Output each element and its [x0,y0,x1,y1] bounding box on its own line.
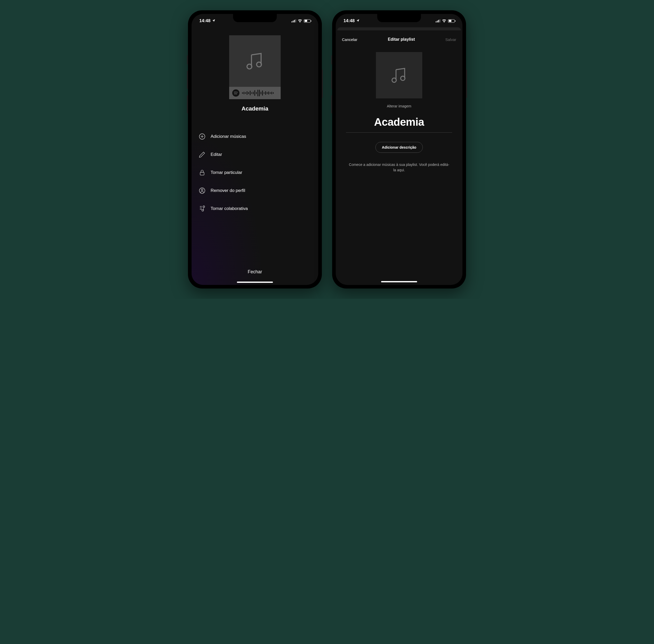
menu-label: Tornar particular [211,170,242,175]
edit-header-title: Editar playlist [388,37,415,42]
music-note-icon [244,51,265,71]
battery-icon [448,19,455,23]
spotify-code[interactable] [229,87,281,99]
add-description-button[interactable]: Adicionar descrição [375,142,423,153]
cellular-signal-icon [291,19,296,22]
svg-rect-6 [200,172,204,175]
phone-frame-right: 14:48 Cancelar [332,10,466,289]
edit-header: Cancelar Editar playlist Salvar [336,32,463,47]
location-icon [356,19,360,23]
menu-item-add-songs[interactable]: Adicionar músicas [199,128,311,145]
collaborative-icon [199,205,206,212]
menu-label: Adicionar músicas [211,134,246,139]
lock-icon [199,169,206,176]
battery-icon [304,19,310,23]
edit-playlist-screen: 14:48 Cancelar [336,14,463,285]
menu-item-collaborative[interactable]: Tornar colaborativa [199,200,311,218]
spotify-code-bars [242,89,278,97]
close-button[interactable]: Fechar [248,269,262,275]
svg-point-10 [202,209,204,211]
home-indicator[interactable] [381,281,417,282]
cellular-signal-icon [436,19,440,22]
svg-point-11 [392,78,396,83]
hint-text: Comece a adicionar músicas à sua playlis… [349,162,449,173]
save-button[interactable]: Salvar [445,37,456,42]
music-note-icon [390,66,408,85]
playlist-title: Academia [241,105,268,112]
menu-label: Remover do perfil [211,188,245,193]
playlist-name-input[interactable]: Academia [346,116,452,133]
menu-label: Editar [211,152,222,157]
user-circle-icon [199,187,206,194]
playlist-cover [229,35,281,87]
home-indicator[interactable] [237,281,273,283]
phone-frame-left: 14:48 [188,10,322,289]
plus-circle-icon [199,133,206,140]
pencil-icon [199,151,206,158]
status-time: 14:48 [199,18,210,23]
menu-item-edit[interactable]: Editar [199,145,311,164]
wifi-icon [298,19,302,23]
wifi-icon [442,19,446,23]
playlist-cover-edit[interactable] [376,52,422,98]
playlist-options-screen: 14:48 [191,14,318,285]
location-icon [212,19,215,23]
menu-label: Tornar colaborativa [211,206,248,211]
svg-point-8 [201,189,203,191]
status-time: 14:48 [344,18,354,23]
cancel-button[interactable]: Cancelar [342,37,357,42]
svg-point-9 [203,206,205,208]
menu-item-remove-profile[interactable]: Remover do perfil [199,182,311,200]
spotify-icon [232,89,239,97]
menu-item-make-private[interactable]: Tornar particular [199,164,311,182]
change-image-button[interactable]: Alterar imagem [336,104,463,108]
